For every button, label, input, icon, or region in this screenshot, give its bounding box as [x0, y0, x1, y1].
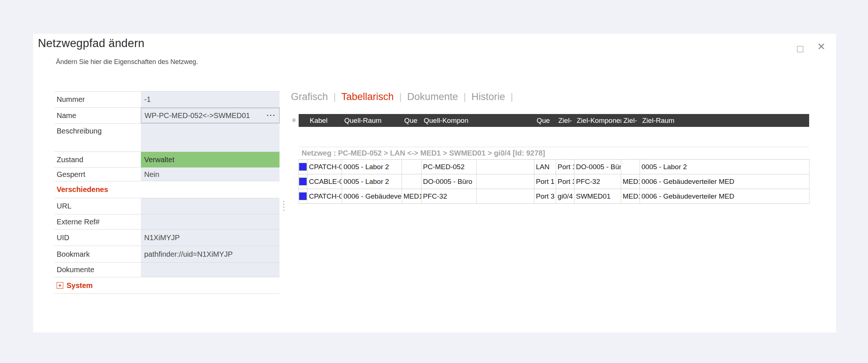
grid-header-cell[interactable] [477, 114, 534, 127]
grid-header-cell[interactable]: Quell-Raum [342, 114, 402, 127]
table-cell[interactable]: CPATCH-02 [307, 160, 342, 174]
form-row: UIDN1XiMYJP [54, 229, 280, 246]
table-cell[interactable]: Port 3 [556, 174, 574, 189]
form-field-text: WP-PC-MED-052<->SWMED01 [145, 111, 250, 120]
form-row: URL [54, 198, 280, 214]
table-cell[interactable] [621, 160, 640, 174]
tab-separator: | [399, 92, 402, 102]
tab-historie[interactable]: Historie [472, 91, 505, 103]
form-field-value[interactable]: -1 [141, 92, 280, 107]
grid-header-row: KabelQuell-RaumQueQuell-KomponQueZiel-Zi… [299, 114, 809, 127]
grid-group-row: Netzweg : PC-MED-052 > LAN <-> MED1 > SW… [299, 147, 809, 159]
form-rows: Nummer-1NameWP-PC-MED-052<->SWMED01···Be… [54, 91, 280, 294]
form-field-label: Zustand [54, 152, 141, 167]
table-cell[interactable]: SWMED01 [574, 189, 621, 203]
form-section-label: Verschiedenes [54, 181, 108, 198]
form-field-label: URL [54, 198, 141, 214]
table-row[interactable]: CCABLE-0130005 - Labor 2DO-0005 - BüroPo… [299, 174, 809, 189]
table-cell[interactable]: DO-0005 - Büro [574, 160, 621, 174]
table-cell[interactable]: LAN [534, 160, 556, 174]
form-field-value[interactable]: N1XiMYJP [141, 229, 280, 246]
table-cell[interactable]: 0006 - Gebäudeverteiler MED [640, 189, 809, 203]
form-field-label: Externe Ref# [54, 214, 141, 229]
form-field-label: Nummer [54, 92, 141, 107]
form-field-value[interactable]: pathfinder://uid=N1XiMYJP [141, 246, 280, 262]
form-field-value[interactable] [141, 263, 280, 277]
table-cell[interactable]: 0006 - Gebäudeverteiler MED [342, 189, 402, 203]
table-cell[interactable]: Port 1 [556, 160, 574, 174]
grid-header-cell[interactable] [299, 114, 307, 127]
table-cell[interactable]: Port 3 [534, 189, 556, 203]
grid-header-cell[interactable]: Ziel- [556, 114, 574, 127]
form-field-value[interactable]: Verwaltet [141, 152, 280, 167]
table-cell[interactable]: 0005 - Labor 2 [342, 174, 402, 189]
form-row: Beschreibung [54, 124, 280, 152]
tab-dokumente[interactable]: Dokumente [407, 91, 458, 103]
table-cell[interactable]: MED1 [621, 189, 640, 203]
table-cell[interactable] [299, 174, 307, 189]
form-field-text: N1XiMYJP [144, 234, 180, 242]
table-cell[interactable]: 0006 - Gebäudeverteiler MED [640, 174, 809, 189]
maximize-button[interactable] [796, 45, 805, 54]
tab-separator: | [463, 92, 466, 102]
expand-plus-icon[interactable]: + [57, 282, 63, 289]
table-cell[interactable]: Port 1 [534, 174, 556, 189]
table-cell[interactable]: PC-MED-052 [421, 160, 477, 174]
table-cell[interactable]: CPATCH-01 [307, 189, 342, 203]
table-cell[interactable] [402, 160, 421, 174]
form-field-value[interactable] [141, 214, 280, 229]
close-button[interactable]: ✕ [815, 40, 828, 53]
table-cell[interactable]: PFC-32 [574, 174, 621, 189]
tab-separator: | [334, 92, 336, 102]
table-cell[interactable]: gi0/4 [556, 189, 574, 203]
form-row: ZustandVerwaltet [54, 152, 280, 168]
tab-tabellarisch[interactable]: Tabellarisch [341, 91, 394, 103]
panel-splitter-handle[interactable] [283, 201, 285, 213]
grid-header-cell[interactable]: Kabel [307, 114, 342, 127]
form-section-label: System [67, 281, 93, 290]
form-field-value[interactable]: WP-PC-MED-052<->SWMED01··· [141, 108, 280, 123]
maximize-icon [797, 46, 803, 52]
table-cell[interactable]: 0005 - Labor 2 [342, 160, 402, 174]
close-icon: ✕ [817, 41, 826, 52]
form-field-label: Name [54, 108, 141, 123]
table-row[interactable]: CPATCH-010006 - Gebäudeverteiler MEDMED1… [299, 189, 809, 204]
grid-header-cell[interactable]: Que [402, 114, 421, 127]
system-expander[interactable]: +System [54, 277, 93, 293]
form-field-value[interactable] [141, 198, 280, 214]
grid-header-cell[interactable]: Ziel- [621, 114, 640, 127]
form-row: +System [54, 277, 280, 294]
form-field-label: Beschreibung [54, 124, 141, 152]
form-row: Bookmarkpathfinder://uid=N1XiMYJP [54, 246, 280, 263]
grid-header-cell[interactable]: Quell-Kompon [421, 114, 477, 127]
form-field-label: Dokumente [54, 263, 141, 277]
table-cell[interactable]: PFC-32 [421, 189, 477, 203]
name-ellipsis-button[interactable]: ··· [264, 111, 276, 120]
table-row[interactable]: CPATCH-020005 - Labor 2PC-MED-052LANPort… [299, 160, 809, 174]
table-cell[interactable] [477, 160, 534, 174]
form-row: Verschiedenes [54, 181, 280, 198]
table-cell[interactable]: MED1 [621, 174, 640, 189]
table-cell[interactable] [299, 189, 307, 203]
form-field-text: pathfinder://uid=N1XiMYJP [144, 250, 233, 259]
grid-header-cell[interactable]: Ziel-Raum [640, 114, 809, 127]
table-cell[interactable]: MED1 [402, 189, 421, 203]
table-cell[interactable] [299, 160, 307, 174]
table-cell[interactable]: 0005 - Labor 2 [640, 160, 809, 174]
form-row: Dokumente [54, 263, 280, 277]
page-subtitle: Ändern Sie hier die Eigenschaften des Ne… [56, 58, 198, 66]
table-cell[interactable] [477, 174, 534, 189]
grid-settings-icon[interactable]: ✳ [291, 117, 296, 124]
form-field-value[interactable] [141, 124, 280, 152]
tab-grafisch[interactable]: Grafisch [291, 91, 328, 103]
tab-bar: Grafisch | Tabellarisch | Dokumente | Hi… [291, 89, 513, 104]
page-title: Netzwegpfad ändern [38, 37, 145, 50]
table-cell[interactable]: DO-0005 - Büro [421, 174, 477, 189]
table-cell[interactable] [477, 189, 534, 203]
table-cell[interactable]: CCABLE-013 [307, 174, 342, 189]
grid-header-cell[interactable]: Que [534, 114, 556, 127]
form-field-value[interactable]: Nein [141, 168, 280, 181]
grid-header-cell[interactable]: Ziel-Komponer [574, 114, 621, 127]
cable-status-icon [299, 192, 307, 200]
table-cell[interactable] [402, 174, 421, 189]
